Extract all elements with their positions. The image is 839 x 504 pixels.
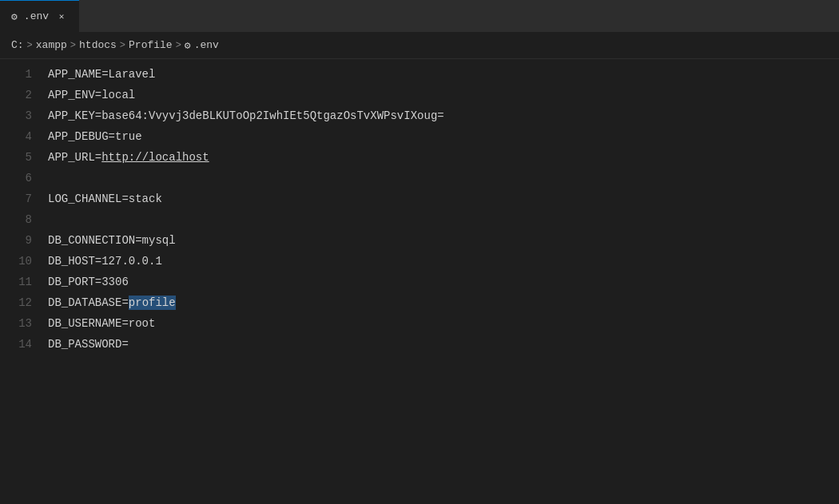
line-content-11: DB_PORT=3306 [48,272,129,292]
code-line-5: 5 APP_URL=http://localhost [0,147,839,168]
code-line-13: 13 DB_USERNAME=root [0,313,839,334]
breadcrumb-sep-1: > [27,40,33,51]
code-line-12: 12 DB_DATABASE=profile [0,292,839,313]
line-number-11: 11 [0,272,48,292]
code-line-1: 1 APP_NAME=Laravel [0,64,839,85]
code-line-9: 9 DB_CONNECTION=mysql [0,230,839,251]
breadcrumb: C: > xampp > htdocs > Profile > ⚙ .env [0,32,839,59]
line-number-12: 12 [0,292,48,313]
line-number-5: 5 [0,147,48,168]
code-line-8: 8 [0,209,839,230]
editor-area: 1 APP_NAME=Laravel 2 APP_ENV=local 3 APP… [0,59,839,355]
breadcrumb-c: C: [11,39,24,51]
breadcrumb-htdocs: htdocs [79,39,117,51]
selected-text: profile [129,296,176,310]
line-number-1: 1 [0,64,48,85]
code-line-3: 3 APP_KEY=base64:Vvyvj3deBLKUToOp2IwhIEt… [0,105,839,126]
close-icon[interactable]: ✕ [55,10,68,23]
line-number-9: 9 [0,230,48,251]
breadcrumb-gear-icon: ⚙ [185,39,191,52]
code-line-14: 14 DB_PASSWORD= [0,334,839,355]
code-line-7: 7 LOG_CHANNEL=stack [0,189,839,209]
line-content-2: APP_ENV=local [48,85,135,105]
tab-bar: ⚙ .env ✕ [0,0,839,32]
env-tab[interactable]: ⚙ .env ✕ [0,0,79,32]
line-content-4: APP_DEBUG=true [48,126,142,147]
code-line-4: 4 APP_DEBUG=true [0,126,839,147]
breadcrumb-xampp: xampp [36,39,67,51]
line-content-1: APP_NAME=Laravel [48,64,155,85]
line-number-10: 10 [0,251,48,272]
line-number-14: 14 [0,334,48,355]
line-content-9: DB_CONNECTION=mysql [48,230,176,251]
line-content-13: DB_USERNAME=root [48,313,155,334]
line-content-14: DB_PASSWORD= [48,334,129,355]
breadcrumb-sep-4: > [176,40,181,51]
url-value: http://localhost [101,151,209,164]
breadcrumb-profile: Profile [129,39,173,51]
line-content-3: APP_KEY=base64:Vvyvj3deBLKUToOp2IwhIEt5Q… [48,105,444,126]
line-content-7: LOG_CHANNEL=stack [48,189,162,209]
breadcrumb-sep-3: > [120,40,125,51]
line-content-12: DB_DATABASE=profile [48,292,176,313]
code-line-2: 2 APP_ENV=local [0,85,839,105]
line-number-2: 2 [0,85,48,105]
line-number-13: 13 [0,313,48,334]
gear-icon: ⚙ [11,10,18,23]
line-content-10: DB_HOST=127.0.0.1 [48,251,162,272]
code-line-6: 6 [0,168,839,189]
line-content-5: APP_URL=http://localhost [48,147,209,168]
code-line-10: 10 DB_HOST=127.0.0.1 [0,251,839,272]
code-line-11: 11 DB_PORT=3306 [0,272,839,292]
line-number-8: 8 [0,209,48,230]
tab-filename: .env [24,10,49,22]
breadcrumb-env: .env [194,39,219,51]
line-number-7: 7 [0,189,48,209]
breadcrumb-sep-2: > [70,40,76,51]
line-number-6: 6 [0,168,48,189]
line-number-3: 3 [0,105,48,126]
line-number-4: 4 [0,126,48,147]
